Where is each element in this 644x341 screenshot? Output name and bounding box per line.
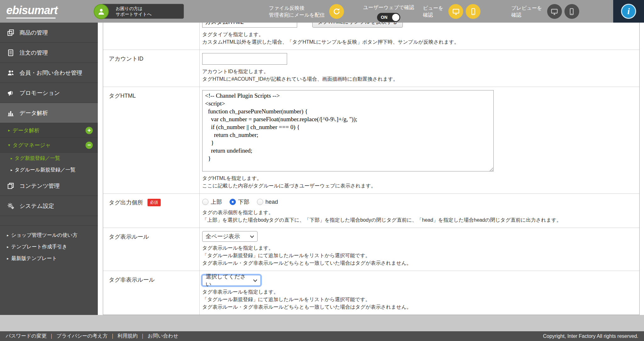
sidebar-item-members[interactable]: 会員・お問い合わせ管理 [0,63,98,83]
sidebar-subitem-tagrule-register-list[interactable]: ▸ タグルール新規登録／一覧 [0,164,98,176]
sidebar-item-label: 商品の管理 [19,29,48,36]
support-line1: お困りの方は [116,6,152,11]
chevron-right-icon: ▸ [8,128,10,133]
select-value: 全ページ表示 [206,233,240,240]
sidebar-subitem-label: タグ新規登録／一覧 [15,155,60,162]
sidebar-link-latest-template[interactable]: ▸ 最新版テンプレート [0,253,98,264]
account-id-input[interactable] [202,53,287,65]
form-row-tag-html: タグHTML <!-- Channel Plugin Scripts --> <… [103,87,639,194]
sidebar-item-label: プロモーション [19,89,60,97]
form-row-account-id: アカウントID アカウントIDを指定します。 タグHTMLに#ACOUNT_ID… [103,50,639,87]
field-help-text: タグ非表示ルールを指定します。 [202,288,634,296]
footer-link-terms[interactable]: 利用規約 [118,333,138,338]
sidebar-link-label: テンプレート作成手引き [11,244,67,250]
preview-desktop-icon[interactable] [547,4,562,19]
sidebar-item-system-settings[interactable]: システム設定 [0,196,98,216]
view-check-line2: 確認 [423,12,443,19]
chevron-down-icon: ▾ [8,143,10,147]
footer-link-contact[interactable]: お問い合わせ [148,333,179,338]
sidebar-link-template-guide[interactable]: ▸ テンプレート作成手引き [0,241,98,253]
sidebar-item-promotion[interactable]: プロモーション [0,83,98,103]
file-reflect-mail-group: ファイル反映後 管理者宛にメールを配信 [269,4,344,19]
radio-option-head[interactable]: head [257,199,278,205]
sidebar-subitem-label: タグルール新規登録／一覧 [15,167,76,173]
collapse-minus-icon[interactable]: − [86,142,93,149]
account-id-label: アカウントID [103,50,200,87]
contents-icon [6,181,15,190]
display-rule-select[interactable]: 全ページ表示 [202,231,258,242]
promotion-icon [6,89,15,97]
sidebar-link-shop-tool-guide[interactable]: ▸ ショップ管理ツールの使い方 [0,230,98,241]
info-panel-button[interactable]: i [613,0,644,23]
user-web-check-group: ユーザーウェブで確認 ON [359,4,418,22]
field-help-text: ここに記載した内容がタグルールに基づきユーザーウェブに表示されます。 [202,182,634,190]
toggle-state-text: ON [381,15,387,20]
field-help-text: タグの表示個所を指定します。 [202,209,634,216]
select-value: 選択してください [206,273,249,288]
view-check-group: ビューを 確認 [423,4,480,19]
radio-option-top[interactable]: 上部 [202,198,222,206]
footer-separator: ｜ [49,333,54,338]
view-mobile-icon[interactable] [466,4,480,19]
orders-icon [6,48,15,57]
preview-check-line2: 確認 [511,12,542,19]
sidebar-link-label: 最新版テンプレート [11,255,57,262]
footer-links: パスワードの変更｜プライバシーの考え方｜利用規約｜お問い合わせ [6,333,178,339]
hide-rule-label: タグ非表示ルール [103,271,200,315]
preview-check-line1: プレビューを [511,5,542,12]
field-help-text: タグHTMLを指定します。 [202,175,634,182]
sidebar-subitem-tag-manager[interactable]: ▾ タグマネージャ − [0,138,98,153]
tag-type-input[interactable] [202,23,297,28]
copyright-text: Copyright, Inter Factory All rights rese… [543,333,638,339]
display-rule-label: タグ表示ルール [103,228,200,271]
products-icon [6,28,15,37]
sidebar-subitem-tag-register-list[interactable]: ▸ タグ新規登録／一覧 [0,153,98,164]
settings-gear-icon [6,202,15,210]
form-row-tag-type: タグHTMLにサンプルを反映する タグタイプを指定します。 カスタムHTML以外… [103,23,639,50]
field-help-text: タグタイプを指定します。 [202,31,634,38]
sidebar-item-analytics[interactable]: データ解析 [0,103,98,123]
sidebar-subitem-label: タグマネージャ [13,142,51,149]
preview-mobile-icon[interactable] [564,4,579,19]
sidebar-item-orders[interactable]: 注文の管理 [0,43,98,63]
sidebar-item-products[interactable]: 商品の管理 [0,23,98,43]
view-check-line1: ビューを [423,5,443,12]
sidebar-link-label: ショップ管理ツールの使い方 [11,232,78,239]
sidebar-item-contents[interactable]: コンテンツ管理 [0,176,98,196]
sidebar-subitem-data-analytics[interactable]: ▸ データ解析 + [0,123,98,138]
radio-button-icon [202,199,208,205]
chevron-down-icon [253,279,257,282]
field-help-text: 「タグルール新規登録」にて追加したルールをリストから選択可能です。 [202,252,634,259]
page-footer: パスワードの変更｜プライバシーの考え方｜利用規約｜お問い合わせ Copyrigh… [0,331,644,341]
ebisumart-logo[interactable]: ebisumart [6,4,58,19]
expand-plus-icon[interactable]: + [86,127,93,134]
tag-edit-form: タグHTMLにサンプルを反映する タグタイプを指定します。 カスタムHTML以外… [103,23,640,315]
apply-sample-button[interactable]: タグHTMLにサンプルを反映する [312,23,403,28]
sidebar-item-label: データ解析 [19,109,48,117]
user-web-toggle[interactable]: ON [377,13,400,22]
mail-sync-icon[interactable] [329,4,344,19]
members-icon [6,68,15,77]
radio-button-checked-icon [230,199,236,205]
footer-link-privacy[interactable]: プライバシーの考え方 [57,333,108,338]
sidebar-item-label: 注文の管理 [19,49,48,57]
field-help-text: タグ表示ルール・タグ非表示ルールどちらとも一致していた場合はタグが表示されません… [202,303,634,311]
footer-link-password[interactable]: パスワードの変更 [6,333,47,338]
required-badge: 必須 [147,199,161,206]
chevron-right-icon: ▸ [7,257,9,261]
sidebar-nav: 商品の管理 注文の管理 会員・お問い合わせ管理 プロモーション データ解析 ▸ … [0,23,98,315]
mail-notice-line1: ファイル反映後 [269,5,325,12]
info-icon: i [621,4,636,19]
radio-option-bottom[interactable]: 下部 [230,198,249,206]
field-help-text: タグ表示ルールを指定します。 [202,244,634,252]
view-desktop-icon[interactable] [448,4,463,19]
sidebar-item-label: システム設定 [19,202,54,210]
field-help-text: アカウントIDを指定します。 [202,68,634,75]
support-line2: サポートサイトへ [116,11,152,17]
hide-rule-select[interactable]: 選択してください [202,275,261,286]
mail-notice-line2: 管理者宛にメールを配信 [269,12,325,19]
tag-html-textarea[interactable]: <!-- Channel Plugin Scripts --> <script>… [202,90,494,171]
field-help-text: カスタムHTML以外を選択した場合、「タグHTMLにサンプルを反映」ボタン押下時… [202,38,634,46]
radio-label: 下部 [238,198,249,206]
support-site-button[interactable]: お困りの方は サポートサイトへ [102,4,184,19]
